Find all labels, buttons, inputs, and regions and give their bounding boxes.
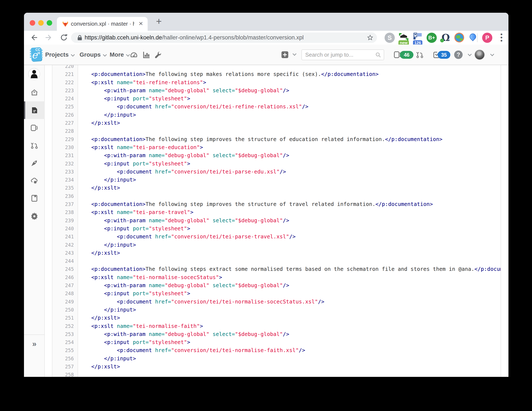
line-number[interactable]: 255: [52, 346, 78, 354]
line-number[interactable]: 242: [52, 241, 78, 249]
code-line: <p:input port="stylesheet">: [78, 160, 501, 168]
nav-groups-menu[interactable]: Groups: [80, 45, 106, 65]
map-pin-extension-icon[interactable]: [468, 33, 478, 43]
sidebar-item-repository[interactable]: [24, 101, 45, 119]
skype-extension-icon[interactable]: S: [385, 33, 395, 43]
issues-badge[interactable]: 46: [400, 51, 413, 59]
sidebar-item-issues[interactable]: [24, 119, 45, 137]
line-number[interactable]: 246: [52, 273, 78, 281]
close-window-button[interactable]: [30, 20, 35, 26]
dashboard-gauge-icon[interactable]: [130, 51, 138, 58]
line-number[interactable]: 226: [52, 111, 78, 119]
browser-tab[interactable]: conversion.xpl · master · haller ×: [57, 17, 148, 31]
line-number[interactable]: 235: [52, 184, 78, 192]
back-icon[interactable]: [29, 33, 38, 42]
line-number[interactable]: 220: [52, 65, 78, 70]
code-area[interactable]: <p:documentation>The following step make…: [78, 65, 501, 377]
sidebar-item-settings[interactable]: [24, 207, 45, 224]
sidebar-item-ci-cd[interactable]: [24, 154, 45, 172]
line-number[interactable]: 229: [52, 135, 78, 143]
line-number[interactable]: 245: [52, 265, 78, 273]
token-s: "debug-global": [165, 152, 209, 159]
line-number[interactable]: 248: [52, 290, 78, 298]
token-s: "conversion/tei/tei-normalise-faith.xsl": [171, 347, 299, 353]
line-number[interactable]: 225: [52, 103, 78, 111]
code-line: <p:documentation>The following step impr…: [78, 135, 501, 143]
line-number[interactable]: 227: [52, 119, 78, 127]
address-field[interactable]: https://gitlab.cceh.uni-koeln.de/haller-…: [71, 32, 377, 43]
user-avatar[interactable]: [475, 50, 485, 60]
line-number[interactable]: 247: [52, 281, 78, 290]
line-number[interactable]: 232: [52, 160, 78, 168]
grid-extension-icon[interactable]: 126: [413, 33, 423, 43]
token-a: select=: [209, 152, 235, 159]
line-number[interactable]: 224: [52, 94, 78, 103]
line-number[interactable]: 222: [52, 78, 78, 86]
token-a: port=: [130, 339, 149, 345]
line-number[interactable]: 228: [52, 127, 78, 135]
token-x: [78, 160, 104, 167]
collapse-sidebar-button[interactable]: »: [24, 335, 45, 353]
token-a: name=: [114, 274, 133, 280]
line-number[interactable]: 244: [52, 257, 78, 265]
sidebar-item-merge-requests[interactable]: [24, 137, 45, 154]
line-number[interactable]: 233: [52, 168, 78, 176]
line-number[interactable]: 237: [52, 200, 78, 208]
globe-extension-icon[interactable]: [454, 33, 465, 43]
zoom-window-button[interactable]: [47, 20, 52, 26]
sidebar-item-project-overview[interactable]: [24, 84, 45, 101]
line-number[interactable]: 230: [52, 143, 78, 151]
line-number[interactable]: 250: [52, 306, 78, 314]
sidebar-item-project-avatar[interactable]: [28, 68, 40, 80]
reload-icon[interactable]: [59, 33, 68, 42]
screenshot-extension-icon[interactable]: new: [399, 33, 409, 43]
line-number[interactable]: 241: [52, 233, 78, 241]
sidebar-item-wiki[interactable]: [24, 189, 45, 207]
token-g: >: [200, 144, 203, 150]
token-x: [78, 315, 91, 321]
bplus-extension-icon[interactable]: B+: [427, 33, 437, 43]
token-s: "conversion/tei/tei-refine-relations.xsl…: [171, 103, 302, 110]
new-menu[interactable]: [281, 51, 289, 58]
line-number[interactable]: 251: [52, 314, 78, 322]
line-number[interactable]: 234: [52, 176, 78, 184]
new-tab-button[interactable]: +: [153, 14, 165, 28]
line-number[interactable]: 231: [52, 151, 78, 159]
nav-more-menu[interactable]: More: [110, 45, 129, 65]
line-number[interactable]: 249: [52, 298, 78, 306]
line-number[interactable]: 254: [52, 338, 78, 346]
line-number[interactable]: 238: [52, 208, 78, 216]
line-number[interactable]: 256: [52, 355, 78, 363]
line-number[interactable]: 243: [52, 249, 78, 257]
token-s: "debug-global": [165, 331, 209, 337]
line-number[interactable]: 258: [52, 371, 78, 377]
token-s: "$debug-global": [235, 331, 283, 337]
line-number[interactable]: 221: [52, 70, 78, 78]
line-number[interactable]: 223: [52, 86, 78, 94]
nav-projects-menu[interactable]: Projects: [45, 45, 74, 65]
analytics-chart-icon[interactable]: [143, 51, 150, 58]
line-number[interactable]: 257: [52, 363, 78, 371]
line-number[interactable]: 252: [52, 322, 78, 330]
line-number[interactable]: 240: [52, 224, 78, 233]
line-number[interactable]: 253: [52, 330, 78, 338]
profile-avatar[interactable]: P: [482, 33, 492, 43]
sidebar-item-operations[interactable]: [24, 172, 45, 189]
omega-extension-icon[interactable]: Ω: [441, 33, 451, 43]
line-number[interactable]: 239: [52, 216, 78, 224]
bookmark-star-icon[interactable]: [367, 35, 373, 40]
browser-menu-icon[interactable]: •••: [500, 33, 503, 43]
cceh-logo[interactable]: CC H e: [30, 47, 43, 62]
admin-wrench-icon[interactable]: [154, 51, 162, 58]
line-number[interactable]: 236: [52, 192, 78, 200]
code-line: <p:document href="conversion/tei/tei-par…: [78, 233, 501, 241]
tab-close-icon[interactable]: ×: [137, 17, 145, 31]
help-icon[interactable]: ?: [454, 50, 463, 59]
token-a: href=: [152, 103, 171, 110]
forward-icon[interactable]: [44, 33, 54, 42]
search-input[interactable]: [305, 50, 373, 59]
chevron-down-icon: [103, 53, 107, 56]
minimize-window-button[interactable]: [38, 20, 44, 26]
merge-requests-icon[interactable]: [416, 51, 424, 58]
todos-badge[interactable]: 35: [437, 51, 450, 59]
